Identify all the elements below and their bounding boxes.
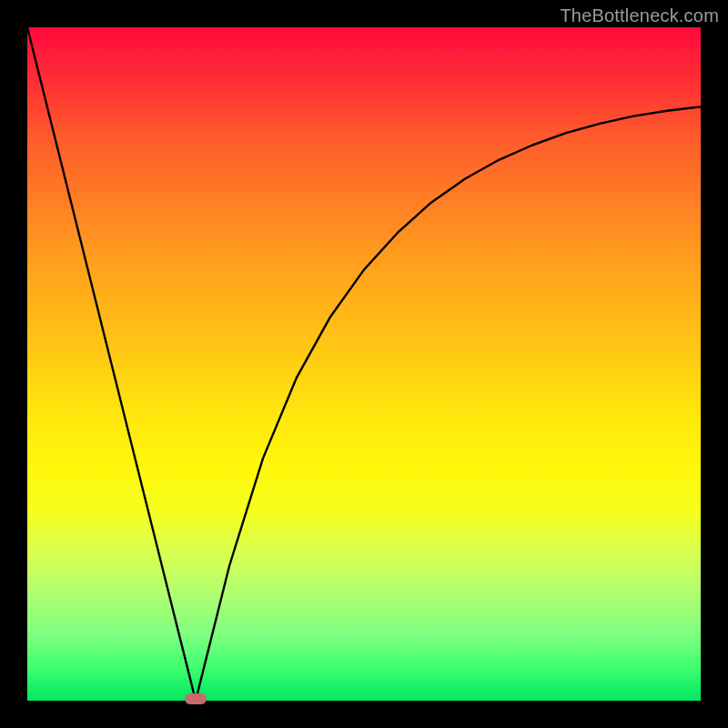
credit-text: TheBottleneck.com bbox=[560, 5, 719, 26]
chart-frame: TheBottleneck.com bbox=[0, 0, 728, 728]
curve-path bbox=[27, 27, 701, 701]
bottleneck-curve bbox=[27, 27, 701, 701]
plot-area bbox=[27, 27, 701, 701]
optimum-marker bbox=[185, 693, 207, 704]
